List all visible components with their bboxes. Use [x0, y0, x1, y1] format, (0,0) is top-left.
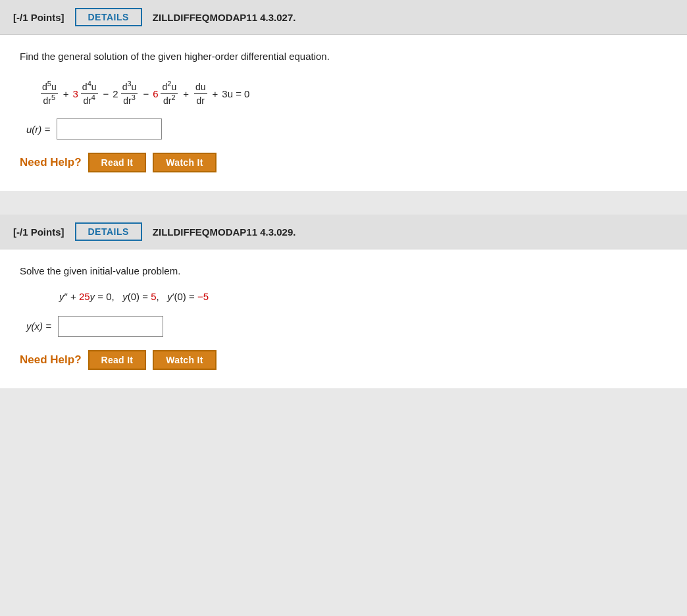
- equation-2: y″ + 25y = 0, y(0) = 5, y′(0) = −5: [59, 288, 667, 305]
- problem-2: [-/1 Points] DETAILS ZILLDIFFEQMODAP11 4…: [0, 215, 687, 388]
- read-it-button-2[interactable]: Read It: [88, 350, 147, 370]
- problem-2-body: Solve the given initial-value problem. y…: [0, 249, 687, 388]
- spacer: [0, 203, 687, 215]
- watch-it-button-1[interactable]: Watch It: [153, 153, 216, 172]
- problem-1: [-/1 Points] DETAILS ZILLDIFFEQMODAP11 4…: [0, 0, 687, 191]
- answer-label-1: u(r) =: [26, 124, 50, 135]
- answer-input-1[interactable]: [57, 118, 162, 140]
- frac-du-dr: du dr: [194, 81, 207, 107]
- points-label-1: [-/1 Points]: [13, 12, 64, 23]
- answer-row-1: u(r) =: [26, 118, 667, 140]
- problem-id-1: ZILLDIFFEQMODAP11 4.3.027.: [153, 12, 296, 23]
- problem-1-instruction: Find the general solution of the given h…: [20, 51, 667, 62]
- help-row-2: Need Help? Read It Watch It: [20, 350, 667, 370]
- need-help-label-1: Need Help?: [20, 156, 82, 169]
- problem-2-header: [-/1 Points] DETAILS ZILLDIFFEQMODAP11 4…: [0, 215, 687, 249]
- details-button-2[interactable]: DETAILS: [75, 222, 142, 241]
- problem-2-instruction: Solve the given initial-value problem.: [20, 265, 667, 276]
- frac-d2u-dr2: d2u dr2: [161, 81, 178, 107]
- frac-d3u-dr3: d3u dr3: [121, 81, 138, 107]
- read-it-button-1[interactable]: Read It: [88, 153, 147, 172]
- answer-label-2: y(x) =: [26, 321, 51, 332]
- equation-1: d5u dr5 + 3 d4u dr4 − 2: [39, 74, 667, 107]
- need-help-label-2: Need Help?: [20, 353, 82, 367]
- answer-input-2[interactable]: [58, 316, 163, 337]
- points-label-2: [-/1 Points]: [13, 226, 64, 238]
- frac-d5u-dr5: d5u dr5: [41, 81, 58, 107]
- answer-row-2: y(x) =: [26, 316, 667, 337]
- problem-1-body: Find the general solution of the given h…: [0, 35, 687, 191]
- watch-it-button-2[interactable]: Watch It: [153, 350, 216, 370]
- problem-id-2: ZILLDIFFEQMODAP11 4.3.029.: [153, 226, 296, 238]
- details-button-1[interactable]: DETAILS: [75, 8, 142, 26]
- problem-1-header: [-/1 Points] DETAILS ZILLDIFFEQMODAP11 4…: [0, 0, 687, 35]
- frac-d4u-dr4: d4u dr4: [81, 81, 98, 107]
- help-row-1: Need Help? Read It Watch It: [20, 153, 667, 172]
